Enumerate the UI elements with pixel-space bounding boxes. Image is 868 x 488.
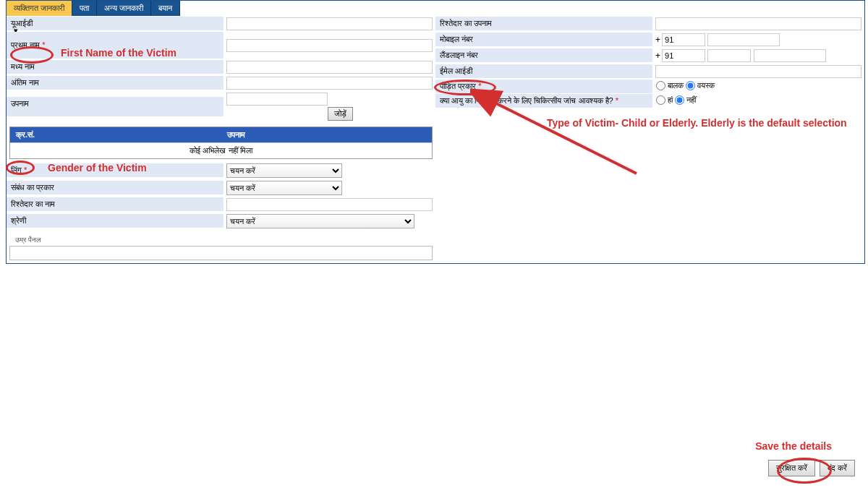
annotation-oval-gender <box>6 160 35 175</box>
th-alias: उपनाम <box>221 127 433 143</box>
gender-select[interactable]: चयन करें <box>226 163 342 178</box>
gender-label: लिंग * <box>7 163 224 178</box>
landline-std[interactable] <box>707 49 751 62</box>
last-name-label: अंतिम नाम <box>7 76 224 90</box>
no-label: नहीं <box>686 95 696 105</box>
landline-cc[interactable] <box>662 49 705 62</box>
uid-input[interactable] <box>226 17 433 30</box>
svg-line-1 <box>492 101 637 174</box>
tab-statement[interactable]: बयान <box>151 1 180 16</box>
plus-icon: + <box>655 35 660 45</box>
tab-bar: व्यक्तिगत जानकारी पता अन्य जानकारी बयान <box>7 1 864 16</box>
landline-input[interactable] <box>754 49 826 62</box>
adult-label: वयस्क <box>697 81 715 90</box>
plus-icon: + <box>655 51 660 61</box>
add-alias-button[interactable]: जोड़ें <box>328 107 353 121</box>
relative-surname-label: रिश्तेदार का उपनाम <box>435 17 652 31</box>
relative-name-input[interactable] <box>226 198 433 211</box>
age-test-no-radio[interactable] <box>675 95 684 105</box>
middle-name-input[interactable] <box>226 61 433 74</box>
landline-label: लैंडलाइन नंबर <box>435 48 652 63</box>
first-name-input[interactable] <box>226 39 433 52</box>
relative-surname-input[interactable] <box>655 17 861 30</box>
victim-type-adult-radio[interactable] <box>686 81 695 90</box>
age-panel-label: उम्र पैनल <box>12 236 44 244</box>
category-select[interactable]: चयन करें <box>226 214 414 228</box>
annotation-oval-firstname <box>10 46 54 64</box>
relation-type-select[interactable]: चयन करें <box>226 181 342 195</box>
alias-input[interactable] <box>226 93 328 106</box>
annotation-arrow <box>470 87 673 188</box>
relation-type-label: संबंध का प्रकार <box>7 181 224 195</box>
last-name-input[interactable] <box>226 77 433 90</box>
tab-personal[interactable]: व्यक्तिगत जानकारी <box>7 1 72 16</box>
tab-other[interactable]: अन्य जानकारी <box>97 1 151 16</box>
th-serial: क्र.सं. <box>10 127 221 143</box>
uid-label: यूआईडी▾ <box>7 17 224 31</box>
mobile-label: मोबाइल नंबर <box>435 33 652 47</box>
relative-name-label: रिश्तेदार का नाम <box>7 197 224 212</box>
table-empty: कोई अभिलेख नहीं मिला <box>10 143 432 159</box>
mobile-cc[interactable] <box>662 33 705 46</box>
email-label: ईमेल आईडी <box>435 64 652 79</box>
email-input[interactable] <box>655 65 861 78</box>
category-label: श्रेणी <box>7 214 224 228</box>
age-panel <box>9 246 433 260</box>
form-container: व्यक्तिगत जानकारी पता अन्य जानकारी बयान … <box>6 0 865 264</box>
tab-address[interactable]: पता <box>72 1 97 16</box>
left-column: यूआईडी▾ प्रथम नाम * मध्य नाम अंतिम नाम उ… <box>7 16 435 263</box>
mobile-input[interactable] <box>707 33 780 46</box>
alias-table: क्र.सं. उपनाम कोई अभिलेख नहीं मिला <box>9 127 433 159</box>
alias-label: उपनाम <box>7 97 224 117</box>
